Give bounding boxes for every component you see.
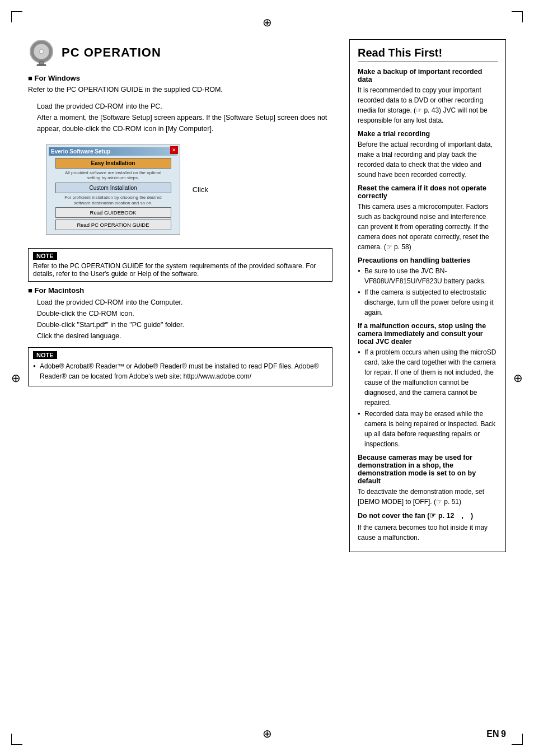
cd-icon xyxy=(28,39,55,66)
software-setup-screenshot: Everio Software Setup Easy Installation … xyxy=(46,144,180,235)
svg-point-3 xyxy=(39,49,44,54)
setup-guidebook-btn[interactable]: Read GUIDEBOOK xyxy=(55,207,171,218)
note-box-2: NOTE Adobe® Acrobat® Reader™ or Adobe® R… xyxy=(28,347,332,386)
setup-easy-desc: All provided software are installed on t… xyxy=(62,170,165,181)
note-title-1: NOTE xyxy=(33,252,57,260)
rf-malfunction-item-1: If a problem occurs when using the micro… xyxy=(358,347,498,408)
mac-steps: Load the provided CD-ROM into the Comput… xyxy=(37,297,332,342)
note-list-2: Adobe® Acrobat® Reader™ or Adobe® Reader… xyxy=(33,361,327,381)
left-crosshair: ⊕ xyxy=(11,371,21,385)
right-column: Read This First! Make a backup of import… xyxy=(349,39,506,552)
windows-steps: Load the provided CD-ROM into the PC. Af… xyxy=(37,101,332,134)
rf-body-backup: It is recommended to copy your important… xyxy=(358,85,498,125)
setup-custom-btn[interactable]: Custom Installation xyxy=(55,183,171,193)
rf-battery-item-1: Be sure to use the JVC BN-VF808U/VF815U/… xyxy=(358,266,498,286)
setup-custom-desc: For proficient installation by choosing … xyxy=(62,195,165,206)
right-crosshair: ⊕ xyxy=(513,371,523,385)
setup-title-bar: Everio Software Setup xyxy=(49,147,177,156)
windows-intro: Refer to the PC OPERATION GUIDE in the s… xyxy=(28,85,332,95)
rf-heading-trial: Make a trial recording xyxy=(358,130,498,138)
setup-close-btn[interactable]: ✕ xyxy=(170,146,178,154)
rf-heading-batteries: Precautions on handling batteries xyxy=(358,256,498,264)
rf-heading-backup: Make a backup of important recorded data xyxy=(358,68,498,83)
rf-battery-item-2: If the camera is subjected to electrosta… xyxy=(358,287,498,318)
bottom-crosshair: ⊕ xyxy=(263,727,272,740)
pc-operation-title: PC OPERATION xyxy=(62,45,161,60)
page-number-label: EN xyxy=(486,729,499,739)
corner-mark-tr xyxy=(512,11,523,22)
svg-rect-5 xyxy=(37,64,46,66)
rf-body-reset: This camera uses a microcomputer. Factor… xyxy=(358,202,498,252)
rf-body-fan: If the camera becomes too hot inside it … xyxy=(358,522,498,543)
rf-heading-reset: Reset the camera if it does not operate … xyxy=(358,184,498,200)
rf-body-trial: Before the actual recording of important… xyxy=(358,139,498,180)
windows-heading: For Windows xyxy=(28,74,332,82)
rf-malfunction-item-2: Recorded data may be erased while the ca… xyxy=(358,409,498,449)
left-column: PC OPERATION For Windows Refer to the PC… xyxy=(28,39,332,552)
note-box-1: NOTE Refer to the PC OPERATION GUIDE for… xyxy=(28,248,332,282)
rf-list-malfunction: If a problem occurs when using the micro… xyxy=(358,347,498,449)
rf-heading-fan: Do not cover the fan (☞ p. 12 , ) xyxy=(358,511,498,521)
setup-pc-op-btn[interactable]: Read PC OPERATION GUIDE xyxy=(55,220,171,230)
setup-easy-btn[interactable]: Easy Installation xyxy=(55,158,171,169)
click-label: Click xyxy=(193,185,208,194)
corner-mark-br xyxy=(512,734,523,745)
page-number: EN 9 xyxy=(486,729,506,739)
note-list-item: Adobe® Acrobat® Reader™ or Adobe® Reader… xyxy=(33,361,327,381)
corner-mark-tl xyxy=(11,11,22,22)
note-title-2: NOTE xyxy=(33,351,57,359)
page: ⊕ ⊕ ⊕ ⊕ PC OPERATION xyxy=(0,0,534,756)
corner-mark-bl xyxy=(11,734,22,745)
rf-heading-demo: Because cameras may be used for demonstr… xyxy=(358,454,498,485)
pc-operation-header: PC OPERATION xyxy=(28,39,332,66)
top-crosshair: ⊕ xyxy=(263,16,272,29)
rf-list-batteries: Be sure to use the JVC BN-VF808U/VF815U/… xyxy=(358,266,498,318)
note-text-1: Refer to the PC OPERATION GUIDE for the … xyxy=(33,262,327,278)
rf-body-demo: To deactivate the demonstration mode, se… xyxy=(358,487,498,507)
rf-heading-malfunction: If a malfunction occurs, stop using the … xyxy=(358,322,498,346)
read-first-title: Read This First! xyxy=(358,46,498,62)
page-number-value: 9 xyxy=(501,729,506,739)
mac-heading: For Macintosh xyxy=(28,286,332,295)
